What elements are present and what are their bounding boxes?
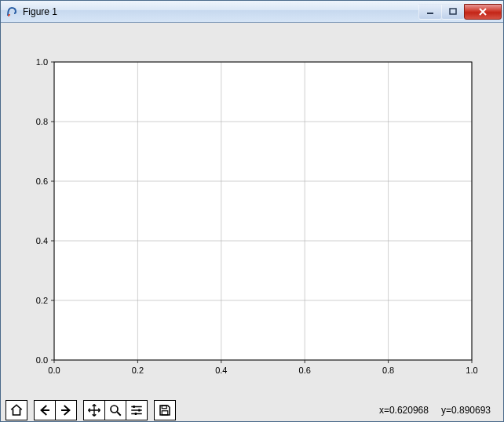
arrow-left-icon bbox=[38, 403, 52, 417]
window-titlebar: Figure 1 bbox=[1, 1, 503, 23]
svg-line-41 bbox=[117, 412, 121, 416]
window-title: Figure 1 bbox=[23, 6, 419, 17]
save-button[interactable] bbox=[154, 400, 176, 420]
figure-canvas[interactable]: 0.00.20.40.60.81.00.00.20.40.60.81.0 bbox=[1, 23, 503, 398]
svg-rect-46 bbox=[138, 409, 140, 412]
maximize-button[interactable] bbox=[441, 4, 465, 20]
minimize-button[interactable] bbox=[418, 4, 442, 20]
svg-text:0.6: 0.6 bbox=[299, 366, 311, 375]
svg-rect-49 bbox=[162, 411, 168, 415]
pan-button[interactable] bbox=[83, 400, 105, 420]
python-tk-icon bbox=[5, 5, 18, 18]
zoom-icon bbox=[108, 403, 122, 417]
svg-point-40 bbox=[111, 406, 118, 413]
coordinate-readout: x=0.620968 y=0.890693 bbox=[379, 405, 499, 416]
sliders-icon bbox=[130, 403, 144, 417]
forward-button[interactable] bbox=[55, 400, 77, 420]
coord-x: x=0.620968 bbox=[379, 405, 429, 416]
svg-text:1.0: 1.0 bbox=[36, 57, 48, 67]
zoom-button[interactable] bbox=[104, 400, 126, 420]
home-button[interactable] bbox=[5, 400, 27, 420]
move-icon bbox=[87, 403, 101, 417]
svg-rect-45 bbox=[133, 406, 135, 408]
svg-text:0.0: 0.0 bbox=[48, 366, 60, 375]
arrow-right-icon bbox=[59, 403, 73, 417]
svg-text:0.8: 0.8 bbox=[36, 117, 48, 126]
svg-text:0.0: 0.0 bbox=[36, 355, 48, 365]
svg-text:1.0: 1.0 bbox=[466, 366, 477, 375]
window-controls bbox=[419, 4, 502, 20]
svg-rect-1 bbox=[450, 9, 456, 14]
svg-rect-47 bbox=[135, 413, 137, 415]
svg-text:0.2: 0.2 bbox=[132, 366, 144, 375]
svg-text:0.8: 0.8 bbox=[382, 366, 394, 375]
svg-text:0.2: 0.2 bbox=[36, 296, 48, 305]
svg-rect-48 bbox=[162, 406, 166, 409]
svg-text:0.4: 0.4 bbox=[36, 236, 48, 246]
back-button[interactable] bbox=[34, 400, 56, 420]
save-icon bbox=[158, 403, 172, 417]
svg-text:0.4: 0.4 bbox=[215, 366, 227, 375]
configure-button[interactable] bbox=[126, 400, 148, 420]
svg-text:0.6: 0.6 bbox=[36, 176, 48, 186]
plot-svg: 0.00.20.40.60.81.00.00.20.40.60.81.0 bbox=[1, 23, 503, 398]
home-icon bbox=[9, 403, 24, 417]
coord-y: y=0.890693 bbox=[441, 405, 491, 416]
navigation-toolbar: x=0.620968 y=0.890693 bbox=[1, 398, 503, 422]
close-button[interactable] bbox=[464, 4, 502, 20]
svg-rect-2 bbox=[54, 62, 472, 360]
